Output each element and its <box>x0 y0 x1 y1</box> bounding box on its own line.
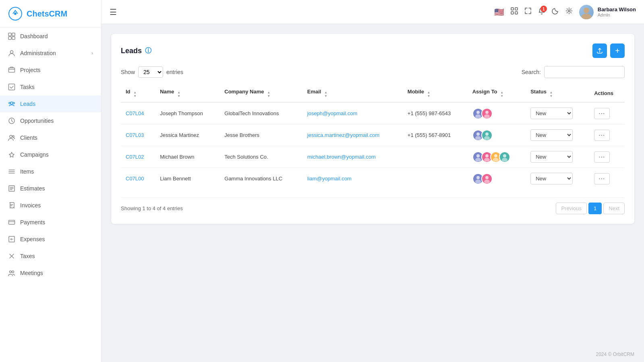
lead-actions-button[interactable]: ··· <box>594 173 609 184</box>
lead-actions-button[interactable]: ··· <box>594 130 609 141</box>
lead-email-link[interactable]: jessica.martinez@yopmail.com <box>307 132 379 138</box>
language-flag-icon[interactable]: 🇺🇸 <box>494 7 504 17</box>
sidebar-nav: Dashboard Administration › Projects Task… <box>0 28 101 281</box>
svg-rect-5 <box>12 37 15 39</box>
user-profile[interactable]: Barbara Wilson Admin <box>579 5 636 19</box>
lead-email-link[interactable]: michael.brown@yopmail.com <box>307 154 376 160</box>
sidebar-item-projects-label: Projects <box>20 67 41 73</box>
sidebar-item-clients[interactable]: Clients <box>0 129 101 146</box>
previous-page-button[interactable]: Previous <box>556 203 587 214</box>
sidebar-item-estimates[interactable]: Estimates <box>0 180 101 197</box>
sidebar-item-meetings[interactable]: Meetings <box>0 265 101 281</box>
svg-point-31 <box>476 132 480 136</box>
entries-per-page-select[interactable]: 10 25 50 100 <box>138 66 163 78</box>
svg-point-29 <box>485 111 489 114</box>
sidebar-item-clients-label: Clients <box>20 134 37 141</box>
svg-rect-17 <box>9 236 14 242</box>
payments-icon <box>8 219 15 226</box>
table-controls: Show 10 25 50 100 entries Search: <box>121 66 625 78</box>
footer-text: 2024 © OrbitCRM <box>596 352 634 357</box>
lead-actions-button[interactable]: ··· <box>594 151 609 163</box>
lead-id-link[interactable]: C07L00 <box>126 176 144 182</box>
lead-id-link[interactable]: C07L02 <box>126 154 144 160</box>
lead-status-select[interactable]: NewIn ProgressConvertedLost <box>530 129 573 141</box>
dark-mode-icon[interactable] <box>552 7 559 17</box>
svg-point-38 <box>484 158 490 161</box>
lead-status-select[interactable]: NewIn ProgressConvertedLost <box>530 108 573 119</box>
sidebar-item-tasks[interactable]: Tasks <box>0 79 101 95</box>
page-content: Leads ⓘ + Show 10 25 50 <box>101 24 644 347</box>
col-actions: Actions <box>589 85 625 102</box>
add-lead-button[interactable]: + <box>610 43 625 58</box>
table-row: C07L03Jessica MartinezJesse Brothersjess… <box>121 124 625 146</box>
card-header: Leads ⓘ + <box>121 43 625 58</box>
search-input[interactable] <box>544 66 625 78</box>
lead-mobile: +1 (555) 987-6543 <box>403 102 468 124</box>
settings-gear-icon[interactable] <box>565 7 573 17</box>
col-id[interactable]: Id ▲▼ <box>121 85 155 102</box>
sidebar-item-invoices[interactable]: Invoices <box>0 197 101 214</box>
upload-button[interactable] <box>592 43 607 58</box>
col-status[interactable]: Status ▲▼ <box>526 85 589 102</box>
sidebar-item-projects[interactable]: Projects <box>0 62 101 79</box>
sidebar-item-items-label: Items <box>20 168 34 175</box>
lead-email-link[interactable]: liam@yopmail.com <box>307 176 352 182</box>
apps-grid-icon[interactable] <box>511 7 518 17</box>
campaigns-icon <box>8 151 15 158</box>
lead-name: Liam Bennett <box>155 168 219 190</box>
sidebar-item-campaigns[interactable]: Campaigns <box>0 146 101 163</box>
lead-actions: ··· <box>589 124 625 146</box>
sidebar-item-items[interactable]: Items <box>0 163 101 180</box>
sidebar-item-expenses[interactable]: Expenses <box>0 231 101 248</box>
svg-rect-22 <box>511 12 514 14</box>
svg-point-44 <box>475 180 481 183</box>
col-name[interactable]: Name ▲▼ <box>155 85 219 102</box>
card-actions: + <box>592 43 625 58</box>
svg-rect-21 <box>515 8 518 10</box>
lead-actions-button[interactable]: ··· <box>594 108 609 119</box>
lead-mobile: +1 (555) 567-8901 <box>403 124 468 146</box>
col-assign-to[interactable]: Assign To ▲▼ <box>468 85 526 102</box>
expand-icon[interactable] <box>524 7 532 17</box>
lead-status-select[interactable]: NewIn ProgressConvertedLost <box>530 151 573 163</box>
svg-point-13 <box>10 135 12 138</box>
sidebar-item-estimates-label: Estimates <box>20 185 45 192</box>
svg-point-24 <box>568 10 570 12</box>
svg-point-26 <box>582 14 591 19</box>
info-icon[interactable]: ⓘ <box>145 47 151 55</box>
lead-assign-to <box>468 124 526 146</box>
svg-point-37 <box>485 154 489 157</box>
svg-rect-3 <box>12 33 15 36</box>
page-title: Leads <box>121 47 142 55</box>
sidebar-item-campaigns-label: Campaigns <box>20 151 49 158</box>
lead-id-link[interactable]: C07L04 <box>126 110 144 116</box>
table-row: C07L00Liam BennettGamma Innovations LLCl… <box>121 168 625 190</box>
col-email[interactable]: Email ▲▼ <box>302 85 403 102</box>
lead-email-link[interactable]: joseph@yopmail.com <box>307 110 357 116</box>
lead-status-select[interactable]: NewIn ProgressConvertedLost <box>530 173 573 184</box>
sidebar-item-leads[interactable]: Leads <box>0 95 101 112</box>
svg-rect-7 <box>9 68 15 72</box>
current-page-button[interactable]: 1 <box>588 203 602 214</box>
sidebar-item-administration[interactable]: Administration › <box>0 45 101 62</box>
next-page-button[interactable]: Next <box>603 203 625 214</box>
col-company[interactable]: Company Name ▲▼ <box>219 85 302 102</box>
search-label: Search: <box>522 69 541 75</box>
notification-bell-icon[interactable]: 1 <box>538 7 545 17</box>
sidebar-item-taxes[interactable]: Taxes <box>0 248 101 265</box>
sidebar-item-payments[interactable]: Payments <box>0 214 101 231</box>
col-mobile[interactable]: Mobile ▲▼ <box>403 85 468 102</box>
user-avatar <box>579 5 594 19</box>
svg-point-30 <box>484 114 490 118</box>
user-name: Barbara Wilson <box>598 6 636 12</box>
svg-point-18 <box>10 271 12 273</box>
lead-actions: ··· <box>589 102 625 124</box>
sidebar-item-dashboard[interactable]: Dashboard <box>0 28 101 45</box>
menu-toggle-button[interactable]: ☰ <box>110 7 117 17</box>
sidebar-item-opportunities[interactable]: Opportunities <box>0 112 101 129</box>
lead-company: Gamma Innovations LLC <box>219 168 302 190</box>
svg-point-35 <box>476 154 480 157</box>
pagination: Showing 1 to 4 of 4 entries Previous 1 N… <box>121 197 625 214</box>
sidebar-item-taxes-label: Taxes <box>20 253 35 259</box>
lead-id-link[interactable]: C07L03 <box>126 132 144 138</box>
